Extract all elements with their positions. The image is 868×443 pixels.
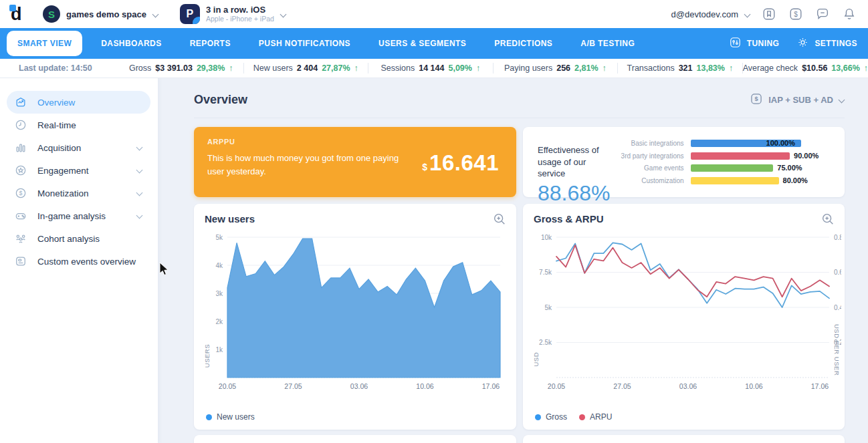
stat-paying-users[interactable]: Paying users 256 2,81% ↑ — [493, 63, 618, 73]
last-update: Last update: 14:50 — [0, 63, 119, 73]
space-avatar: S — [43, 5, 60, 23]
chevron-down-icon — [744, 11, 750, 17]
sidebar-item-custom-events-overview[interactable]: Custom events overview — [7, 250, 150, 273]
stat-value: 2 404 — [297, 63, 318, 73]
arppu-value: $ 16.641 — [422, 150, 499, 176]
realtime-icon — [13, 118, 28, 132]
chevron-down-icon — [280, 11, 286, 17]
svg-text:$: $ — [755, 96, 758, 102]
stat-value: $10.56 — [802, 63, 827, 73]
zoom-in-icon[interactable] — [821, 212, 835, 227]
settings-button[interactable]: SETTINGS — [796, 36, 857, 51]
effectiveness-title: Effectiveness of usage of our service — [538, 144, 611, 180]
tab-smart-view[interactable]: SMART VIEW — [7, 31, 82, 56]
stat-value: 256 — [556, 63, 570, 73]
sidebar-item-cohort-analysis[interactable]: Cohort analysis — [7, 227, 150, 250]
svg-text:2k: 2k — [215, 318, 223, 325]
sidebar-item-acquisition[interactable]: Acquisition — [7, 136, 150, 159]
svg-text:10k: 10k — [541, 234, 552, 241]
sidebar-item-engagement[interactable]: Engagement — [7, 159, 150, 182]
bar-track: 90.00% — [691, 152, 838, 160]
gross-arpu-chart[interactable]: 2.5k5k7.5k10k0.20.40.60.820.0527.0503.06… — [527, 228, 841, 395]
svg-text:03.06: 03.06 — [679, 382, 697, 390]
sidebar-item-real-time[interactable]: Real-time — [7, 114, 150, 136]
effectiveness-card: Effectiveness of usage of our service 88… — [523, 127, 845, 197]
currency-symbol: $ — [422, 162, 427, 172]
main-navbar: SMART VIEW DASHBOARDS REPORTS PUSH NOTIF… — [0, 28, 868, 59]
tab-dashboards[interactable]: DASHBOARDS — [92, 31, 171, 56]
stat-value: $3 391.03 — [155, 63, 193, 73]
app-switcher[interactable]: P 3 in a row. iOS Apple - iPhone + iPad — [180, 4, 286, 24]
left-sidebar: Overview Real-time Acquisition Engagemen… — [0, 78, 158, 443]
notifications-bell-icon[interactable] — [841, 6, 857, 22]
up-arrow-icon: ↑ — [864, 63, 868, 73]
stat-label: Gross — [129, 63, 151, 73]
bar-track: 75.00% — [691, 164, 838, 172]
stat-label: Paying users — [504, 63, 552, 73]
legend-gross[interactable]: Gross — [535, 412, 567, 422]
svg-text:03.06: 03.06 — [350, 382, 368, 390]
stat-change: 29,38% — [197, 63, 225, 73]
up-arrow-icon: ↑ — [729, 63, 733, 73]
zoom-in-icon[interactable] — [492, 212, 507, 227]
sidebar-item-overview[interactable]: Overview — [7, 91, 150, 114]
sidebar-item-in-game-analysis[interactable]: In-game analysis — [7, 204, 150, 227]
gross-arpu-chart-card: Gross & ARPU 2.5k5k7.5k10k0.20.40.60.820… — [523, 204, 845, 430]
chevron-down-icon — [136, 145, 142, 151]
monetization-icon: $ — [13, 186, 28, 200]
svg-text:10.06: 10.06 — [416, 382, 433, 390]
stat-label: Transactions — [627, 63, 675, 73]
new-users-chart[interactable]: 1k2k3k4k5k20.0527.0503.0610.0617.06 — [198, 228, 512, 395]
legend-label: New users — [217, 412, 255, 422]
bookmarks-icon[interactable] — [761, 6, 777, 22]
devtodev-logo-square — [9, 5, 16, 11]
messages-icon[interactable] — [815, 6, 831, 22]
tab-users-segments[interactable]: USERS & SEGMENTS — [369, 31, 475, 56]
chevron-down-icon — [136, 213, 142, 219]
stat-new-users[interactable]: New users 2 404 27,87% ↑ — [243, 63, 368, 73]
sidebar-item-label: Custom events overview — [37, 257, 136, 267]
stat-gross[interactable]: Gross $3 391.03 29,38% ↑ — [119, 63, 243, 73]
up-arrow-icon: ↑ — [476, 63, 480, 73]
chevron-down-icon — [839, 97, 845, 103]
revenue-type-value: IAP + SUB + AD — [768, 95, 833, 105]
tuning-button[interactable]: TUNING — [729, 36, 780, 51]
effectiveness-bar-row: 3rd party integrations90.00% — [611, 150, 838, 162]
tab-predictions[interactable]: PREDICTIONS — [485, 31, 562, 56]
legend-new-users[interactable]: New users — [206, 412, 255, 422]
stat-average-check[interactable]: Average check $10.56 13,66% ↑ — [742, 63, 868, 73]
svg-text:5k: 5k — [215, 234, 223, 241]
svg-text:7.5k: 7.5k — [539, 269, 552, 276]
bar-label: Customization — [611, 177, 684, 184]
page-title: Overview — [194, 93, 247, 107]
settings-label: SETTINGS — [815, 39, 857, 48]
stat-label: New users — [253, 63, 293, 73]
space-switcher[interactable]: S games demo space — [43, 5, 158, 23]
tab-ab-testing[interactable]: A/B TESTING — [571, 31, 644, 56]
stat-change: 13,83% — [697, 63, 725, 73]
y2-axis-label: USD PER USER — [833, 324, 841, 376]
stat-sessions[interactable]: Sessions 14 144 5,09% ↑ — [368, 63, 493, 73]
sidebar-item-label: Engagement — [37, 166, 89, 176]
new-users-chart-card: New users 1k2k3k4k5k20.0527.0503.0610.06… — [194, 204, 516, 430]
stat-change: 27,87% — [322, 63, 350, 73]
tab-reports[interactable]: REPORTS — [181, 31, 240, 56]
tab-push-notifications[interactable]: PUSH NOTIFICATIONS — [249, 31, 360, 56]
bar-label: 3rd party integrations — [611, 152, 684, 160]
account-menu[interactable]: d@devtodev.com — [671, 9, 750, 19]
app-platform: Apple - iPhone + iPad — [206, 15, 274, 23]
arppu-number: 16.641 — [429, 150, 499, 176]
devtodev-dashboard: d S games demo space P 3 in a row. iOS A… — [0, 0, 868, 443]
stat-change: 13,66% — [831, 63, 859, 73]
revenue-type-filter[interactable]: $ IAP + SUB + AD — [750, 92, 845, 108]
cohort-icon — [13, 231, 28, 246]
legend-dot — [579, 414, 585, 420]
legend-arpu[interactable]: ARPU — [579, 412, 612, 422]
sidebar-item-monetization[interactable]: $ Monetization — [7, 182, 150, 204]
devtodev-logo[interactable]: d — [11, 4, 28, 24]
tuning-icon — [729, 36, 742, 51]
main-content: Overview $ IAP + SUB + AD ARPPU This is … — [158, 78, 868, 443]
billing-icon[interactable]: $ — [788, 6, 804, 22]
stat-transactions[interactable]: Transactions 321 13,83% ↑ — [617, 63, 742, 73]
custom-events-icon — [13, 254, 28, 269]
